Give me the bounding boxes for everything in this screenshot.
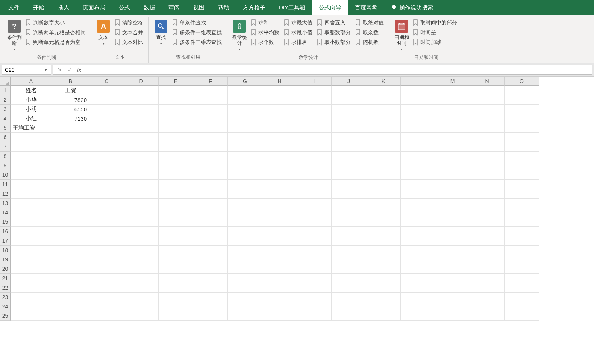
cell-G16[interactable] (228, 227, 262, 236)
cell-J3[interactable] (332, 105, 366, 114)
menu-item-8[interactable]: 帮助 (211, 0, 236, 15)
cell-E2[interactable] (159, 95, 193, 105)
cell-B19[interactable] (52, 255, 89, 264)
cell-F15[interactable] (193, 217, 228, 227)
row-header-18[interactable]: 18 (0, 246, 11, 255)
cell-D17[interactable] (124, 236, 159, 246)
text-button[interactable]: A文本▾ (94, 18, 112, 47)
tell-me-search[interactable]: 操作说明搜索 (384, 0, 440, 15)
cell-A20[interactable] (11, 264, 52, 274)
cell-D15[interactable] (124, 217, 159, 227)
cell-D8[interactable] (124, 152, 159, 161)
cell-N7[interactable] (470, 142, 505, 152)
cell-G23[interactable] (228, 293, 262, 302)
cell-E9[interactable] (159, 161, 193, 170)
cell-O15[interactable] (505, 217, 539, 227)
cell-N5[interactable] (470, 123, 505, 133)
cell-F18[interactable] (193, 246, 228, 255)
cell-I15[interactable] (297, 217, 332, 227)
cell-I6[interactable] (297, 133, 332, 142)
cell-N6[interactable] (470, 133, 505, 142)
cell-C5[interactable] (89, 123, 124, 133)
cell-N18[interactable] (470, 246, 505, 255)
cell-D10[interactable] (124, 170, 159, 180)
cell-E23[interactable] (159, 293, 193, 302)
ribbon-cmd[interactable]: 取时间中的部分 (413, 19, 457, 26)
cell-G19[interactable] (228, 255, 262, 264)
cell-J17[interactable] (332, 236, 366, 246)
row-header-4[interactable]: 4 (0, 114, 11, 123)
cell-O8[interactable] (505, 152, 539, 161)
menu-item-6[interactable]: 审阅 (162, 0, 186, 15)
cell-L6[interactable] (401, 133, 435, 142)
cell-B10[interactable] (52, 170, 89, 180)
cell-J20[interactable] (332, 264, 366, 274)
cell-O17[interactable] (505, 236, 539, 246)
cell-M25[interactable] (435, 311, 470, 321)
cell-C11[interactable] (89, 180, 124, 189)
cell-D3[interactable] (124, 105, 159, 114)
cell-D7[interactable] (124, 142, 159, 152)
cell-O21[interactable] (505, 274, 539, 283)
ribbon-cmd[interactable]: 取小数部分 (317, 38, 351, 46)
cell-F14[interactable] (193, 208, 228, 217)
cell-H12[interactable] (262, 189, 297, 199)
ribbon-cmd[interactable]: 单条件查找 (172, 19, 222, 26)
cell-E21[interactable] (159, 274, 193, 283)
cell-N9[interactable] (470, 161, 505, 170)
cell-F6[interactable] (193, 133, 228, 142)
col-header-A[interactable]: A (11, 77, 52, 86)
cell-N11[interactable] (470, 180, 505, 189)
col-header-F[interactable]: F (193, 77, 228, 86)
cell-A5[interactable]: 平均工资: (11, 123, 52, 133)
cell-H14[interactable] (262, 208, 297, 217)
cell-D20[interactable] (124, 264, 159, 274)
cell-D13[interactable] (124, 199, 159, 208)
cell-J15[interactable] (332, 217, 366, 227)
row-header-20[interactable]: 20 (0, 264, 11, 274)
cell-L20[interactable] (401, 264, 435, 274)
menu-item-11[interactable]: 公式向导 (312, 0, 348, 15)
cell-J10[interactable] (332, 170, 366, 180)
ribbon-cmd[interactable]: 多条件一维表查找 (172, 29, 222, 36)
cell-O18[interactable] (505, 246, 539, 255)
row-header-11[interactable]: 11 (0, 180, 11, 189)
ribbon-cmd[interactable]: 时间差 (413, 29, 457, 36)
row-header-19[interactable]: 19 (0, 255, 11, 264)
cell-B11[interactable] (52, 180, 89, 189)
cell-A15[interactable] (11, 217, 52, 227)
cell-H1[interactable] (262, 86, 297, 95)
cell-L24[interactable] (401, 302, 435, 311)
ribbon-cmd[interactable]: 求最小值 (284, 29, 312, 36)
cell-C4[interactable] (89, 114, 124, 123)
cell-J6[interactable] (332, 133, 366, 142)
cell-M6[interactable] (435, 133, 470, 142)
ribbon-cmd[interactable]: 时间加减 (413, 38, 457, 46)
cell-M3[interactable] (435, 105, 470, 114)
cell-G7[interactable] (228, 142, 262, 152)
cell-I3[interactable] (297, 105, 332, 114)
cell-G20[interactable] (228, 264, 262, 274)
cell-E13[interactable] (159, 199, 193, 208)
cell-M5[interactable] (435, 123, 470, 133)
cell-A16[interactable] (11, 227, 52, 236)
cell-B22[interactable] (52, 283, 89, 293)
cell-D18[interactable] (124, 246, 159, 255)
ribbon-cmd[interactable]: 判断数字大小 (26, 19, 86, 26)
ribbon-cmd[interactable]: 取绝对值 (355, 19, 384, 26)
cell-O1[interactable] (505, 86, 539, 95)
col-header-I[interactable]: I (297, 77, 332, 86)
cell-C10[interactable] (89, 170, 124, 180)
col-header-D[interactable]: D (124, 77, 159, 86)
cell-M7[interactable] (435, 142, 470, 152)
cancel-button[interactable]: ✕ (58, 67, 62, 73)
menu-item-10[interactable]: DIY工具箱 (272, 0, 312, 15)
cell-E22[interactable] (159, 283, 193, 293)
cell-K6[interactable] (366, 133, 401, 142)
cell-I18[interactable] (297, 246, 332, 255)
cell-A19[interactable] (11, 255, 52, 264)
cell-O2[interactable] (505, 95, 539, 105)
cell-B3[interactable]: 6550 (52, 105, 89, 114)
cell-H9[interactable] (262, 161, 297, 170)
cell-D6[interactable] (124, 133, 159, 142)
